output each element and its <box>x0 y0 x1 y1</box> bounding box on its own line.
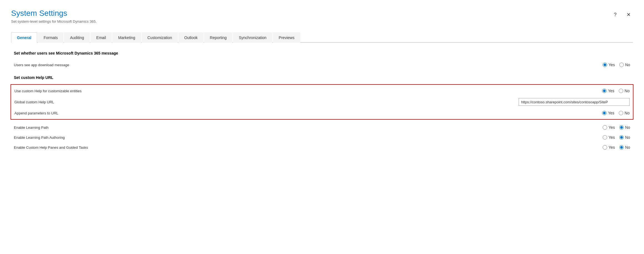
tab-previews[interactable]: Previews <box>273 32 300 43</box>
dialog-title: System Settings <box>11 9 97 18</box>
custom-help-panes-no-option[interactable]: No <box>619 145 630 150</box>
dialog-controls: ? ✕ <box>612 9 633 19</box>
custom-help-entities-yes-label: Yes <box>608 89 614 93</box>
app-download-no-label: No <box>625 63 630 67</box>
learning-path-authoring-no-radio[interactable] <box>619 135 624 140</box>
custom-help-entities-row: Use custom Help for customizable entitie… <box>14 86 630 96</box>
custom-help-entities-yes-option[interactable]: Yes <box>602 89 614 93</box>
custom-help-entities-no-label: No <box>625 89 630 93</box>
learning-path-authoring-yes-radio[interactable] <box>603 135 607 140</box>
learning-path-yes-label: Yes <box>608 125 615 130</box>
append-parameters-row: Append parameters to URL Yes No <box>14 108 630 118</box>
custom-help-panes-yes-label: Yes <box>608 145 615 150</box>
custom-help-section: Set custom Help URL Use custom Help for … <box>14 75 630 120</box>
custom-help-panes-yes-option[interactable]: Yes <box>603 145 615 150</box>
tab-auditing[interactable]: Auditing <box>64 32 90 43</box>
custom-help-entities-label: Use custom Help for customizable entitie… <box>14 89 552 93</box>
app-download-message-label: Users see app download message <box>14 63 552 67</box>
global-help-url-label: Global custom Help URL <box>14 100 519 104</box>
append-parameters-radio-group: Yes No <box>602 111 630 115</box>
enable-learning-path-row: Enable Learning Path Yes No <box>14 122 630 132</box>
enable-learning-path-authoring-label: Enable Learning Path Authoring <box>14 135 552 140</box>
learning-path-yes-radio[interactable] <box>603 125 607 130</box>
global-help-url-control <box>519 98 630 106</box>
title-section: System Settings Set system-level setting… <box>11 9 97 24</box>
tab-marketing[interactable]: Marketing <box>112 32 141 43</box>
learning-path-no-option[interactable]: No <box>619 125 630 130</box>
app-download-no-option[interactable]: No <box>619 63 630 67</box>
enable-learning-path-authoring-row: Enable Learning Path Authoring Yes No <box>14 132 630 142</box>
custom-help-panes-no-label: No <box>625 145 630 150</box>
learning-path-authoring-radio-group: Yes No <box>603 135 630 140</box>
custom-help-entities-yes-radio[interactable] <box>602 89 607 93</box>
append-parameters-label: Append parameters to URL <box>14 111 552 115</box>
append-parameters-no-label: No <box>625 111 630 115</box>
enable-custom-help-panes-label: Enable Custom Help Panes and Guided Task… <box>14 145 552 150</box>
highlighted-settings-group: Use custom Help for customizable entitie… <box>11 84 633 120</box>
app-download-yes-radio[interactable] <box>603 63 607 67</box>
learning-path-no-radio[interactable] <box>619 125 624 130</box>
app-download-radio-group: Yes No <box>603 63 630 67</box>
enable-learning-path-control: Yes No <box>552 125 630 130</box>
learning-path-authoring-no-label: No <box>625 135 630 140</box>
custom-help-heading: Set custom Help URL <box>14 75 630 80</box>
tab-reporting[interactable]: Reporting <box>204 32 233 43</box>
enable-learning-path-label: Enable Learning Path <box>14 125 552 130</box>
append-parameters-no-radio[interactable] <box>619 111 623 115</box>
dialog-header: System Settings Set system-level setting… <box>11 9 633 24</box>
tab-synchronization[interactable]: Synchronization <box>233 32 272 43</box>
custom-help-panes-radio-group: Yes No <box>603 145 630 150</box>
global-help-url-input[interactable] <box>519 98 630 106</box>
enable-custom-help-panes-control: Yes No <box>552 145 630 150</box>
learning-path-authoring-yes-label: Yes <box>608 135 615 140</box>
custom-help-entities-control: Yes No <box>552 89 630 93</box>
custom-help-entities-radio-group: Yes No <box>602 89 630 93</box>
tab-email[interactable]: Email <box>90 32 112 43</box>
global-help-url-row: Global custom Help URL <box>14 96 630 108</box>
custom-help-panes-yes-radio[interactable] <box>603 145 607 150</box>
custom-help-entities-no-radio[interactable] <box>619 89 623 93</box>
enable-learning-path-authoring-control: Yes No <box>552 135 630 140</box>
custom-help-panes-no-radio[interactable] <box>619 145 624 150</box>
tab-customization[interactable]: Customization <box>142 32 178 43</box>
content-area: Set whether users see Microsoft Dynamics… <box>11 51 633 152</box>
custom-help-entities-no-option[interactable]: No <box>619 89 630 93</box>
learning-path-authoring-yes-option[interactable]: Yes <box>603 135 615 140</box>
learning-path-no-label: No <box>625 125 630 130</box>
app-download-message-row: Users see app download message Yes No <box>14 60 630 70</box>
append-parameters-control: Yes No <box>552 111 630 115</box>
app-download-no-radio[interactable] <box>619 63 624 67</box>
tab-outlook[interactable]: Outlook <box>178 32 203 43</box>
tab-formats[interactable]: Formats <box>38 32 64 43</box>
enable-learning-path-radio-group: Yes No <box>603 125 630 130</box>
enable-custom-help-panes-row: Enable Custom Help Panes and Guided Task… <box>14 142 630 152</box>
append-parameters-yes-option[interactable]: Yes <box>602 111 614 115</box>
dynamics-message-section: Set whether users see Microsoft Dynamics… <box>14 51 630 70</box>
tab-general[interactable]: General <box>11 32 37 43</box>
dialog-subtitle: Set system-level settings for Microsoft … <box>11 19 97 24</box>
help-button[interactable]: ? <box>612 11 619 19</box>
learning-path-authoring-no-option[interactable]: No <box>619 135 630 140</box>
dynamics-message-heading: Set whether users see Microsoft Dynamics… <box>14 51 630 55</box>
app-download-message-control: Yes No <box>552 63 630 67</box>
learning-path-section: Enable Learning Path Yes No <box>14 122 630 152</box>
close-button[interactable]: ✕ <box>624 11 633 19</box>
append-parameters-yes-radio[interactable] <box>602 111 607 115</box>
append-parameters-yes-label: Yes <box>608 111 614 115</box>
learning-path-yes-option[interactable]: Yes <box>603 125 615 130</box>
app-download-yes-label: Yes <box>608 63 615 67</box>
app-download-yes-option[interactable]: Yes <box>603 63 615 67</box>
system-settings-dialog: System Settings Set system-level setting… <box>0 0 644 254</box>
append-parameters-no-option[interactable]: No <box>619 111 630 115</box>
tabs-container: General Formats Auditing Email Marketing… <box>11 32 633 43</box>
